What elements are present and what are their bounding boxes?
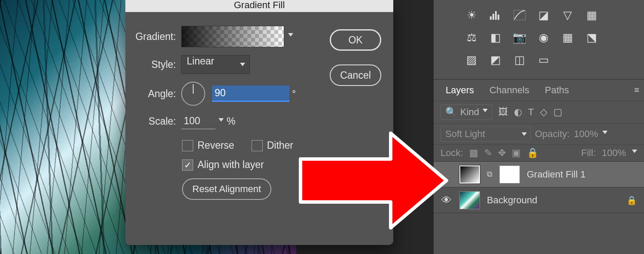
filter-type-icon[interactable]: T (528, 107, 534, 118)
svg-rect-1 (492, 14, 494, 20)
gradient-label: Gradient: (125, 31, 181, 43)
opacity-value[interactable]: 100% (574, 129, 598, 140)
dither-checkbox[interactable] (252, 140, 263, 151)
lock-label: Lock: (440, 147, 463, 159)
gradient-preview[interactable] (181, 26, 284, 47)
lock-position-icon[interactable]: ✥ (498, 147, 506, 159)
lock-transparency-icon[interactable]: ▩ (469, 147, 478, 159)
gradient-fill-dialog: Gradient Fill OK Cancel Gradient: Style:… (125, 0, 393, 245)
search-icon: 🔍 (445, 107, 457, 118)
color-lookup-icon[interactable]: ▦ (560, 31, 575, 44)
selective-color-icon[interactable]: ◫ (512, 53, 527, 66)
angle-dial[interactable] (181, 82, 205, 106)
scale-label: Scale: (125, 116, 181, 127)
channel-mixer-icon[interactable]: ◉ (536, 31, 551, 44)
fill-value[interactable]: 100% (602, 147, 626, 159)
filter-kind-select[interactable]: 🔍 Kind (440, 104, 492, 120)
tab-layers[interactable]: Layers (438, 85, 482, 96)
layer-name[interactable]: Gradient Fill 1 (527, 169, 586, 180)
reverse-label: Reverse (197, 140, 234, 151)
curves-icon[interactable] (512, 9, 527, 21)
svg-rect-3 (498, 15, 499, 20)
angle-unit: ° (292, 88, 296, 100)
link-icon: ⧉ (487, 170, 492, 179)
layers-panel: Layers Channels Paths ≡ 🔍 Kind 🖼 ◐ T ◇ ▢… (434, 79, 644, 213)
vibrance-icon[interactable]: ▽ (560, 9, 575, 21)
photo-filter-icon[interactable]: 📷 (512, 31, 527, 44)
align-label: Align with layer (197, 159, 264, 171)
chevron-down-icon (522, 132, 527, 136)
fill-label: Fill: (581, 147, 596, 159)
chevron-down-icon[interactable] (602, 131, 608, 134)
scale-input[interactable] (181, 113, 216, 129)
style-value: Linear (187, 55, 214, 67)
svg-rect-4 (513, 10, 526, 20)
dither-label: Dither (267, 140, 293, 151)
blend-mode-value: Soft Light (445, 129, 485, 139)
invert-icon[interactable]: ⬔ (584, 31, 599, 44)
layer-thumbnail[interactable] (459, 165, 480, 184)
color-balance-icon[interactable]: ⚖ (464, 31, 479, 44)
layer-mask-thumbnail[interactable] (499, 165, 520, 184)
posterize-icon[interactable]: ▨ (464, 53, 479, 66)
levels-icon[interactable] (488, 9, 503, 21)
gradient-dropdown[interactable] (284, 26, 297, 47)
lock-all-icon[interactable]: 🔒 (527, 147, 538, 159)
style-select[interactable]: Linear (181, 55, 250, 74)
filter-smart-icon[interactable]: ▢ (553, 107, 562, 118)
layer-row[interactable]: ⧉ Gradient Fill 1 (434, 162, 644, 187)
layers-list: ⧉ Gradient Fill 1 👁 Background 🔒 (434, 161, 644, 213)
blend-mode-select[interactable]: Soft Light (440, 126, 531, 142)
reverse-checkbox[interactable] (182, 140, 193, 151)
chevron-down-icon (240, 63, 245, 66)
filter-pixel-icon[interactable]: 🖼 (498, 107, 508, 118)
adjustments-icons: ☀ ◪ ▽ ▦ ⚖ ◧ 📷 ◉ ▦ ⬔ ▨ ◩ ◫ ▭ (434, 0, 644, 70)
angle-label: Angle: (125, 88, 181, 100)
svg-rect-0 (490, 16, 492, 20)
scale-unit: % (227, 116, 235, 127)
exposure-icon[interactable]: ◪ (536, 9, 551, 21)
hue-icon[interactable]: ▦ (584, 9, 599, 21)
svg-rect-2 (495, 11, 497, 20)
lock-artboard-icon[interactable]: ▣ (512, 147, 521, 159)
layer-thumbnail[interactable] (459, 191, 480, 209)
right-panels: ☀ ◪ ▽ ▦ ⚖ ◧ 📷 ◉ ▦ ⬔ ▨ ◩ ◫ ▭ Layers Chann… (434, 0, 644, 254)
angle-input[interactable] (212, 86, 289, 102)
reset-alignment-button[interactable]: Reset Alignment (182, 178, 271, 200)
lock-icon: 🔒 (626, 195, 637, 205)
kind-label: Kind (460, 107, 479, 118)
tab-paths[interactable]: Paths (537, 85, 577, 96)
dialog-title: Gradient Fill (125, 0, 393, 12)
lock-pixels-icon[interactable]: ✎ (484, 147, 492, 159)
layer-row[interactable]: 👁 Background 🔒 (434, 187, 644, 213)
brightness-icon[interactable]: ☀ (464, 9, 479, 21)
panel-menu-icon[interactable]: ≡ (634, 85, 640, 95)
visibility-toggle[interactable]: 👁 (440, 194, 453, 206)
layer-name[interactable]: Background (487, 195, 537, 206)
filter-adjust-icon[interactable]: ◐ (514, 107, 522, 118)
tab-channels[interactable]: Channels (482, 85, 537, 96)
bw-icon[interactable]: ◧ (488, 31, 503, 44)
chevron-down-icon[interactable] (219, 118, 224, 122)
opacity-label: Opacity: (535, 129, 570, 140)
style-label: Style: (125, 59, 181, 70)
align-checkbox[interactable] (182, 159, 193, 171)
gradient-map-icon[interactable]: ▭ (536, 53, 551, 66)
threshold-icon[interactable]: ◩ (488, 53, 503, 66)
filter-shape-icon[interactable]: ◇ (540, 107, 547, 118)
chevron-down-icon (483, 109, 488, 112)
chevron-down-icon[interactable] (632, 150, 637, 153)
